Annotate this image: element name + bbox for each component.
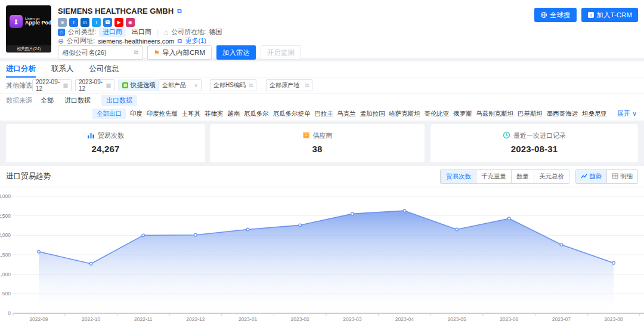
data-source-options: 全部进口数据出口数据: [41, 95, 137, 106]
country-tab[interactable]: 哈萨克斯坦: [389, 110, 420, 118]
country-tab[interactable]: 墨西哥海运: [547, 110, 578, 118]
bar-chart-icon: [87, 131, 95, 140]
country-tab[interactable]: 巴拉圭: [314, 110, 333, 118]
metric-button[interactable]: 数量: [511, 170, 534, 183]
data-point[interactable]: [560, 243, 563, 246]
list-picker-icon: ⧉: [305, 82, 309, 89]
data-point[interactable]: [612, 261, 615, 264]
tab[interactable]: 进口分析: [6, 61, 36, 78]
company-name: SIEMENS HEALTHCARE GMBH ⧉: [58, 7, 182, 16]
area-fill: [39, 211, 614, 313]
data-point[interactable]: [246, 228, 249, 231]
data-point[interactable]: [507, 217, 510, 220]
country-tab[interactable]: 乌克兰: [337, 110, 356, 118]
date-end-input[interactable]: 2023-09-12▦: [75, 79, 114, 91]
country-tab[interactable]: 印度抢先版: [146, 110, 178, 118]
expand-link[interactable]: 展开 ∨: [617, 109, 637, 118]
y-axis-label: 2,500: [0, 213, 11, 219]
tcrm-icon: T: [587, 11, 595, 18]
website-value[interactable]: siemens-healthineers.com: [98, 38, 174, 45]
x-axis-label: 2023-06: [500, 316, 518, 322]
data-point[interactable]: [38, 250, 41, 253]
data-point[interactable]: [142, 234, 145, 237]
metric-button[interactable]: 美元总价: [534, 170, 569, 183]
tab[interactable]: 公司信息: [89, 61, 119, 78]
social-icons-row: ⊕fint☎▶◉: [58, 18, 135, 27]
metric-button[interactable]: 千克重量: [476, 170, 511, 183]
date-start-input[interactable]: 2022-09-12▦: [32, 79, 72, 91]
country-tab[interactable]: 厄瓜多尔: [244, 110, 269, 118]
copy-website-icon[interactable]: ⧉: [178, 37, 182, 45]
org-search-icon: ⧉: [134, 49, 138, 56]
data-source-option[interactable]: 出口数据: [101, 95, 137, 106]
phone-icon[interactable]: ☎: [103, 18, 112, 27]
country-tab[interactable]: 全部出口: [92, 109, 126, 119]
x-axis-label: 2023-05: [447, 316, 466, 322]
product-select[interactable]: 全部产品∨: [159, 79, 202, 91]
logo-text: Listen on Apple Podcasts: [25, 17, 51, 26]
data-point[interactable]: [299, 224, 302, 227]
data-point[interactable]: [194, 233, 197, 236]
data-point[interactable]: [456, 228, 459, 231]
data-point[interactable]: [403, 209, 406, 212]
data-point[interactable]: [351, 212, 354, 215]
metric-button[interactable]: 贸易次数: [441, 170, 476, 183]
country-tab[interactable]: 土耳其: [182, 110, 201, 118]
copy-company-name-icon[interactable]: ⧉: [177, 7, 182, 15]
main-tabs: 进口分析联系人公司信息: [0, 61, 644, 78]
instagram-icon[interactable]: ◉: [126, 18, 135, 27]
location-icon: ⌂: [164, 28, 168, 36]
stat-label: 贸易次数: [98, 131, 124, 140]
country-tab[interactable]: 坦桑尼亚: [582, 110, 607, 118]
website-icon[interactable]: ⊕: [58, 18, 67, 27]
country-tab[interactable]: 菲律宾: [205, 110, 224, 118]
country-tab[interactable]: 越南: [227, 110, 240, 118]
data-source-option[interactable]: 全部: [41, 96, 54, 105]
company-type-row: ⌂ 公司类型: 进口商出口商 | ⌂ 公司所在地: 德国: [58, 27, 222, 37]
type-tag[interactable]: 进口商: [99, 27, 126, 37]
country-tab[interactable]: 孟加拉国: [360, 110, 385, 118]
x-axis-label: 2023-08: [604, 316, 623, 322]
view-detail-button[interactable]: 明细: [606, 170, 637, 183]
similar-company-input[interactable]: 相似公司名(26)⧉: [58, 45, 143, 60]
more-link[interactable]: 更多(1): [185, 36, 206, 45]
data-source-option[interactable]: 进口数据: [64, 96, 91, 105]
import-crm-button[interactable]: ⚑ 导入内部CRM: [147, 45, 212, 60]
related-images-caption[interactable]: 相关图片(24): [6, 45, 51, 53]
data-point[interactable]: [89, 263, 92, 266]
data-source-row: 数据来源 全部进口数据出口数据: [0, 94, 644, 107]
global-search-button[interactable]: 全球搜: [534, 8, 577, 22]
x-axis-label: 2022-09: [29, 316, 48, 322]
add-radar-button[interactable]: 加入雷达: [216, 45, 256, 60]
origin-select[interactable]: 全部原产地⧉: [266, 79, 312, 91]
youtube-icon[interactable]: ▶: [114, 18, 123, 27]
trend-toggles: 贸易次数千克重量数量美元总价 趋势 明细: [440, 169, 638, 184]
data-source-label: 数据来源: [6, 96, 32, 105]
view-trend-button[interactable]: 趋势: [576, 170, 606, 183]
website-label: 公司网址:: [67, 36, 95, 45]
trade-trend-chart[interactable]: 05001,0001,5002,0002,5003,0002022-092022…: [0, 190, 644, 324]
flag-icon: ⚑: [154, 49, 160, 57]
country-tab[interactable]: 巴基斯坦: [518, 110, 543, 118]
stat-label: 供应商: [313, 131, 333, 140]
country-tab[interactable]: 厄瓜多尔提单: [273, 110, 310, 118]
country-tab[interactable]: 乌兹别克斯坦: [476, 110, 513, 118]
facebook-icon[interactable]: f: [69, 18, 78, 27]
header-actions-row: 相似公司名(26)⧉ ⚑ 导入内部CRM 加入雷达 开启监测: [58, 45, 301, 60]
add-tcrm-button[interactable]: T 加入T-CRM: [581, 8, 638, 22]
list-picker-icon: ⧉: [249, 82, 253, 89]
clock-icon: [503, 131, 510, 140]
tab[interactable]: 联系人: [51, 61, 74, 78]
linkedin-icon[interactable]: in: [80, 18, 89, 27]
x-axis-label: 2022-12: [186, 316, 205, 322]
type-tag[interactable]: 出口商: [132, 27, 151, 36]
country-tab[interactable]: 哥伦比亚: [424, 110, 449, 118]
country-tab[interactable]: 印度: [130, 110, 143, 118]
country-tab[interactable]: 俄罗斯: [453, 110, 472, 118]
twitter-icon[interactable]: t: [92, 18, 101, 27]
quick-options-button[interactable]: ▦ 快捷选项: [118, 79, 160, 91]
divider: [0, 187, 644, 187]
y-axis-label: 1,500: [0, 252, 11, 258]
x-axis-label: 2022-10: [82, 316, 100, 322]
hs-code-select[interactable]: 全部HS编码⧉: [210, 79, 256, 91]
